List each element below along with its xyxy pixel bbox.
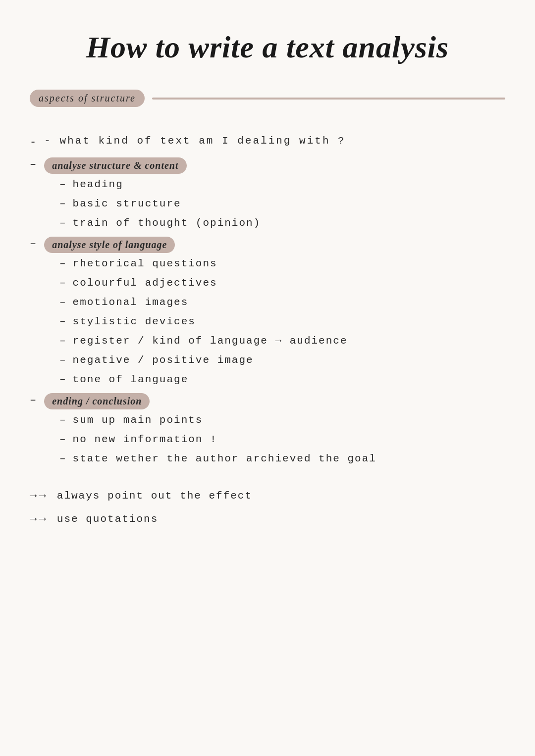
- sub-dash-r7: –: [59, 374, 67, 385]
- sub-item-adjectives-text: colourful adjectives: [73, 277, 217, 289]
- sub-dash-r2: –: [59, 277, 67, 289]
- sublist-structure: – heading – basic structure – train of t…: [59, 179, 505, 229]
- main-item-2: – analyse structure & content: [30, 157, 505, 174]
- arrow-item-2: →→ use quotations: [30, 512, 505, 526]
- tag-label-structure: analyse structure & content: [44, 157, 186, 174]
- sub-item-basic-structure: – basic structure: [59, 198, 505, 209]
- arrow-item-2-text: use quotations: [57, 513, 158, 525]
- sub-dash-r3: –: [59, 297, 67, 308]
- sub-item-heading: – heading: [59, 179, 505, 190]
- sub-item-basic-structure-text: basic structure: [73, 198, 181, 209]
- sublist-style: – rhetorical questions – colourful adjec…: [59, 258, 505, 385]
- section-header-bar: aspects of structure: [30, 90, 505, 107]
- sub-dash-3: –: [59, 217, 67, 229]
- sub-item-stylistic-text: stylistic devices: [73, 316, 196, 327]
- sub-item-stylistic: – stylistic devices: [59, 316, 505, 327]
- main-item-4: – ending / conclusion: [30, 393, 505, 409]
- sublist-conclusion: – sum up main points – no new informatio…: [59, 414, 505, 464]
- dash-icon-4: –: [30, 394, 37, 406]
- sub-item-train-of-thought: – train of thought (opinion): [59, 217, 505, 229]
- arrow-item-1: →→ always point out the effect: [30, 489, 505, 503]
- sub-item-emotional-text: emotional images: [73, 297, 189, 308]
- sub-item-sum-up: – sum up main points: [59, 414, 505, 426]
- sub-item-no-new: – no new information !: [59, 434, 505, 445]
- sub-item-tone-text: tone of language: [73, 374, 189, 385]
- sub-dash-r5: –: [59, 335, 67, 347]
- sub-item-tone: – tone of language: [59, 374, 505, 385]
- sub-item-heading-text: heading: [73, 179, 123, 190]
- sub-item-state-wether-text: state wether the author archieved the go…: [73, 453, 376, 464]
- section-divider-line: [152, 98, 505, 100]
- main-item-3: – analyse style of language: [30, 237, 505, 253]
- dash-icon-2: –: [30, 158, 37, 171]
- arrow-section: →→ always point out the effect →→ use qu…: [30, 489, 505, 526]
- sub-dash-c2: –: [59, 434, 67, 445]
- main-item-1-text: - what kind of text am I dealing with ?: [44, 135, 345, 147]
- arrow-icon-1: →→: [30, 489, 48, 503]
- sub-item-no-new-text: no new information !: [73, 434, 217, 445]
- page-title: How to write a text analysis: [30, 30, 505, 65]
- sub-item-negative-positive: – negative / positive image: [59, 354, 505, 366]
- main-item-1: - - what kind of text am I dealing with …: [30, 135, 505, 149]
- sub-dash-r1: –: [59, 258, 67, 269]
- sub-item-register-text: register / kind of language → audience: [73, 335, 348, 347]
- dash-icon-3: –: [30, 238, 37, 250]
- dash-icon-1: -: [30, 136, 37, 149]
- arrow-item-1-text: always point out the effect: [57, 490, 252, 502]
- sub-item-negative-positive-text: negative / positive image: [73, 354, 254, 366]
- tag-label-style: analyse style of language: [44, 237, 175, 253]
- sub-item-adjectives: – colourful adjectives: [59, 277, 505, 289]
- arrow-icon-2: →→: [30, 512, 48, 526]
- sub-dash-r4: –: [59, 316, 67, 327]
- section-badge: aspects of structure: [30, 90, 145, 107]
- sub-item-train-of-thought-text: train of thought (opinion): [73, 217, 261, 229]
- sub-dash-c1: –: [59, 414, 67, 426]
- sub-item-register: – register / kind of language → audience: [59, 335, 505, 347]
- sub-item-rhetorical: – rhetorical questions: [59, 258, 505, 269]
- sub-dash-2: –: [59, 198, 67, 209]
- sub-dash-c3: –: [59, 453, 67, 464]
- sub-item-state-wether: – state wether the author archieved the …: [59, 453, 505, 464]
- sub-item-emotional: – emotional images: [59, 297, 505, 308]
- sub-item-sum-up-text: sum up main points: [73, 414, 203, 426]
- tag-label-conclusion: ending / conclusion: [44, 393, 150, 409]
- sub-dash-r6: –: [59, 354, 67, 366]
- sub-item-rhetorical-text: rhetorical questions: [73, 258, 217, 269]
- sub-dash-1: –: [59, 179, 67, 190]
